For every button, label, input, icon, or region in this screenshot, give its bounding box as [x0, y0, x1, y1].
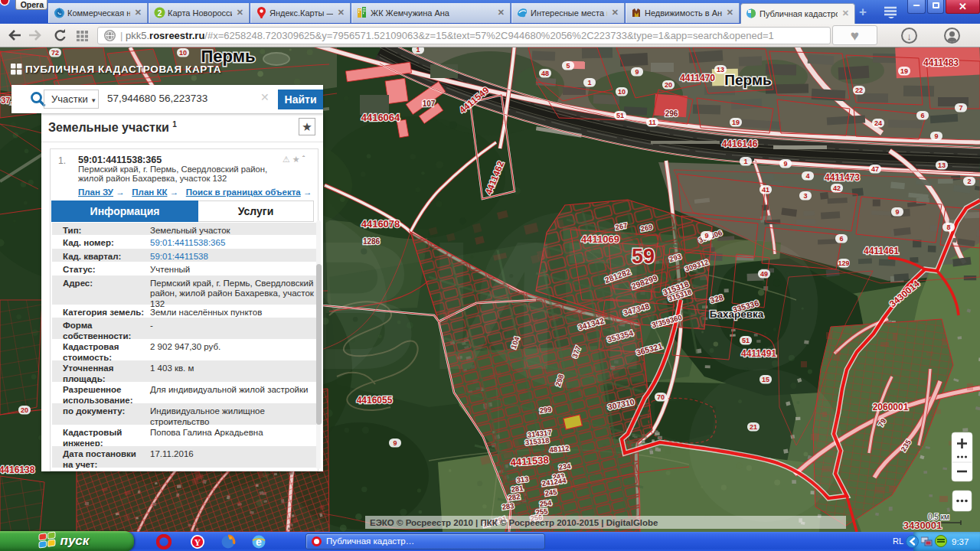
svg-text:Y: Y — [194, 538, 201, 547]
svg-text:20: 20 — [21, 406, 28, 414]
svg-text:9: 9 — [895, 208, 899, 216]
svg-text:1: 1 — [743, 158, 747, 165]
svg-text:1: 1 — [587, 79, 591, 86]
svg-text:ЕЭКО © Росреестр 2010 | ПКК ©: ЕЭКО © Росреестр 2010 | ПКК © Росреестр … — [370, 518, 658, 527]
svg-text:24: 24 — [874, 119, 882, 127]
svg-text:9: 9 — [393, 439, 397, 447]
svg-text:13: 13 — [938, 161, 946, 169]
svg-text:11: 11 — [648, 119, 656, 126]
svg-text:42: 42 — [833, 184, 841, 192]
svg-text:10: 10 — [618, 88, 626, 96]
svg-text:20: 20 — [665, 81, 672, 89]
svg-text:e: e — [256, 536, 262, 548]
svg-text:2060001: 2060001 — [873, 402, 909, 412]
svg-text:4411483: 4411483 — [923, 57, 959, 68]
svg-text:51: 51 — [616, 112, 624, 119]
svg-text:1: 1 — [416, 47, 420, 54]
svg-text:10: 10 — [179, 49, 187, 57]
svg-text:19: 19 — [732, 119, 740, 126]
svg-text:22: 22 — [855, 86, 863, 94]
svg-text:7: 7 — [959, 104, 962, 112]
svg-text:129: 129 — [838, 259, 849, 267]
svg-text:41: 41 — [762, 186, 769, 194]
svg-text:Пермь: Пермь — [724, 72, 771, 88]
svg-text:4411470: 4411470 — [680, 73, 715, 83]
svg-text:282: 282 — [508, 492, 521, 502]
svg-text:47: 47 — [871, 165, 879, 173]
svg-text:4416138: 4416138 — [0, 465, 35, 475]
svg-text:5: 5 — [566, 62, 570, 70]
svg-text:245: 245 — [544, 487, 558, 497]
svg-text:ПУБЛИЧНАЯ КАДАСТРОВАЯ КАРТА: ПУБЛИЧНАЯ КАДАСТРОВАЯ КАРТА — [25, 64, 221, 75]
svg-text:234: 234 — [558, 461, 572, 471]
svg-text:283: 283 — [501, 501, 514, 511]
svg-text:107: 107 — [423, 99, 436, 108]
svg-text:9: 9 — [635, 68, 639, 76]
svg-text:19: 19 — [900, 67, 908, 75]
svg-text:4416064: 4416064 — [361, 112, 400, 123]
svg-text:6: 6 — [920, 112, 924, 119]
svg-text:48: 48 — [541, 70, 549, 77]
svg-text:4411461: 4411461 — [864, 246, 899, 256]
svg-text:13: 13 — [717, 66, 724, 73]
svg-text:3: 3 — [803, 192, 807, 200]
svg-text:4416146: 4416146 — [722, 139, 758, 149]
svg-text:9: 9 — [783, 160, 787, 168]
svg-text:72: 72 — [51, 49, 59, 57]
svg-text:9: 9 — [934, 132, 938, 140]
svg-text:2: 2 — [967, 178, 971, 185]
svg-text:4411473: 4411473 — [825, 172, 860, 183]
svg-text:313: 313 — [516, 474, 529, 484]
svg-text:2: 2 — [158, 9, 162, 18]
svg-text:4: 4 — [805, 172, 809, 180]
svg-text:3430001: 3430001 — [903, 520, 942, 531]
svg-text:8: 8 — [946, 223, 950, 231]
svg-text:6: 6 — [839, 235, 843, 243]
svg-text:296: 296 — [665, 109, 678, 118]
